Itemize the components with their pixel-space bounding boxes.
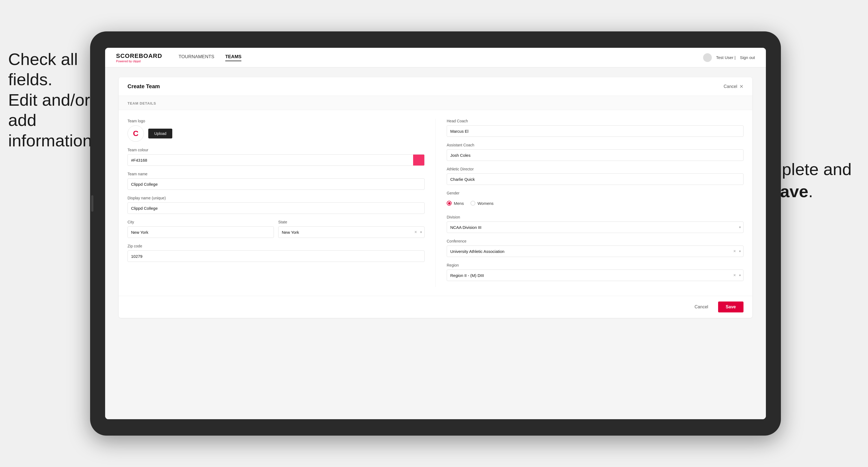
tablet-side-button (91, 195, 93, 212)
zip-field: Zip code (127, 244, 425, 262)
user-label: Test User | (716, 55, 736, 60)
logo-upload-area: C Upload (127, 125, 425, 142)
conference-wrapper: University Athletic Association × ▾ (447, 246, 743, 257)
division-wrapper: NCAA Division III ▾ (447, 221, 743, 233)
city-input[interactable] (127, 226, 274, 238)
nav-tournaments[interactable]: TOURNAMENTS (179, 54, 214, 61)
logo-text: SCOREBOARD (116, 53, 162, 60)
zip-input[interactable] (127, 250, 425, 262)
nav-right: Test User | Sign out (703, 53, 755, 62)
right-annotation-period: . (808, 182, 813, 201)
form-left: Team logo C Upload Team colour (127, 119, 435, 287)
team-colour-field: Team colour (127, 148, 425, 166)
logo-circle: C (127, 125, 144, 142)
womens-radio-dot (470, 201, 475, 206)
gender-mens-radio[interactable]: Mens (447, 201, 464, 206)
head-coach-label: Head Coach (447, 119, 743, 123)
gender-label: Gender (447, 191, 743, 195)
team-name-label: Team name (127, 172, 425, 176)
conference-field: Conference University Athletic Associati… (447, 239, 743, 257)
region-select[interactable]: Region II - (M) DIII (447, 270, 743, 281)
team-name-field: Team name (127, 172, 425, 190)
mens-label: Mens (454, 201, 464, 206)
zip-label: Zip code (127, 244, 425, 248)
athletic-director-field: Athletic Director (447, 167, 743, 185)
team-logo-label: Team logo (127, 119, 425, 123)
nav-teams[interactable]: TEAMS (225, 54, 242, 61)
city-state-field: City State New York × (127, 220, 425, 238)
assistant-coach-input[interactable] (447, 149, 743, 161)
close-icon: ✕ (739, 84, 743, 90)
athletic-director-input[interactable] (447, 174, 743, 185)
form-right: Head Coach Assistant Coach Athletic Dire… (435, 119, 743, 287)
color-field-wrapper (127, 154, 425, 166)
mens-radio-dot (447, 201, 452, 206)
region-wrapper: Region II - (M) DIII × ▾ (447, 270, 743, 281)
city-label: City (127, 220, 274, 224)
tablet-screen: SCOREBOARD Powered by clippd TOURNAMENTS… (105, 48, 766, 419)
assistant-coach-field: Assistant Coach (447, 143, 743, 161)
assistant-coach-label: Assistant Coach (447, 143, 743, 147)
sign-out-link[interactable]: Sign out (740, 55, 755, 60)
nav-links: TOURNAMENTS TEAMS (179, 54, 703, 61)
head-coach-field: Head Coach (447, 119, 743, 137)
division-select[interactable]: NCAA Division III (447, 221, 743, 233)
form-body: Team logo C Upload Team colour (119, 110, 752, 296)
footer-cancel-button[interactable]: Cancel (689, 302, 714, 312)
state-chevron-icon: ▾ (420, 230, 422, 234)
upload-button[interactable]: Upload (148, 129, 172, 138)
display-name-label: Display name (unique) (127, 196, 425, 200)
gender-field: Gender Mens Womens (447, 191, 743, 209)
team-name-input[interactable] (127, 178, 425, 190)
region-label: Region (447, 263, 743, 268)
region-clear-icon[interactable]: × (734, 273, 736, 278)
page-title: Create Team (127, 83, 160, 90)
state-clear-icon[interactable]: × (414, 230, 417, 235)
division-label: Division (447, 215, 743, 219)
display-name-field: Display name (unique) (127, 196, 425, 214)
head-coach-input[interactable] (447, 125, 743, 137)
womens-label: Womens (477, 201, 494, 206)
state-select-wrapper: New York × ▾ (278, 226, 425, 238)
city-field: City (127, 220, 274, 238)
navbar: SCOREBOARD Powered by clippd TOURNAMENTS… (105, 48, 766, 67)
logo-area: SCOREBOARD Powered by clippd (116, 53, 162, 63)
state-label: State (278, 220, 425, 224)
main-content: Create Team Cancel ✕ TEAM DETAILS Team l… (105, 67, 766, 419)
save-button[interactable]: Save (718, 302, 743, 312)
region-field: Region Region II - (M) DIII × ▾ (447, 263, 743, 281)
athletic-director-label: Athletic Director (447, 167, 743, 171)
color-input[interactable] (127, 154, 413, 166)
conference-label: Conference (447, 239, 743, 243)
city-state-row: City State New York × (127, 220, 425, 238)
cancel-x-label: Cancel (723, 84, 737, 89)
state-select[interactable]: New York (278, 226, 425, 238)
display-name-input[interactable] (127, 203, 425, 214)
state-field: State New York × ▾ (278, 220, 425, 238)
avatar (703, 53, 712, 62)
form-card: Create Team Cancel ✕ TEAM DETAILS Team l… (119, 77, 752, 318)
conference-clear-icon[interactable]: × (734, 249, 736, 254)
tablet-frame: SCOREBOARD Powered by clippd TOURNAMENTS… (90, 31, 781, 436)
team-colour-label: Team colour (127, 148, 425, 152)
gender-radio-group: Mens Womens (447, 197, 743, 209)
team-logo-field: Team logo C Upload (127, 119, 425, 142)
logo-sub: Powered by clippd (116, 60, 162, 63)
section-label: TEAM DETAILS (119, 96, 752, 110)
conference-select[interactable]: University Athletic Association (447, 246, 743, 257)
color-swatch[interactable] (413, 154, 425, 166)
gender-womens-radio[interactable]: Womens (470, 201, 494, 206)
cancel-x-button[interactable]: Cancel ✕ (723, 84, 743, 90)
card-header: Create Team Cancel ✕ (119, 77, 752, 96)
card-footer: Cancel Save (119, 296, 752, 318)
division-field: Division NCAA Division III ▾ (447, 215, 743, 233)
